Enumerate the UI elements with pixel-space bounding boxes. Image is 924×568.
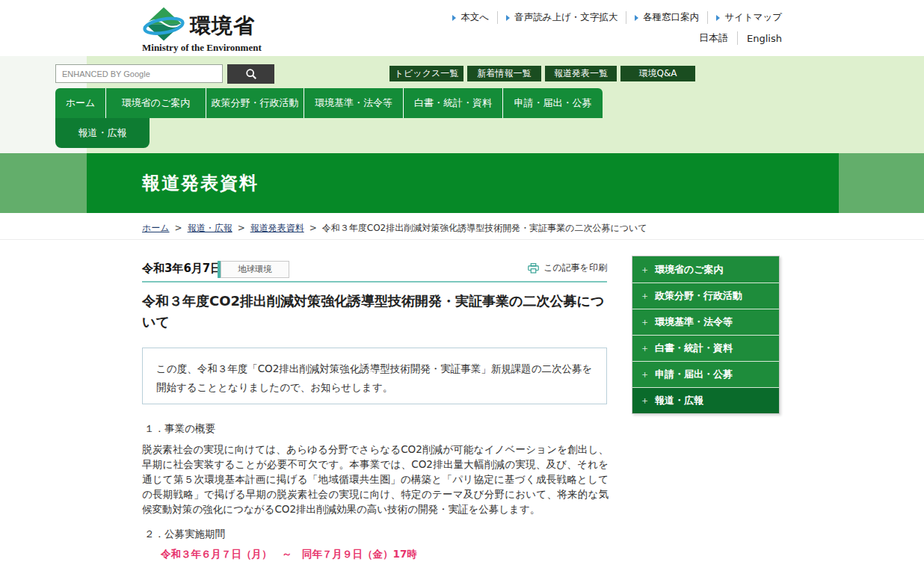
expand-icon: ＋ [640, 394, 650, 407]
utility-link-sitemap[interactable]: サイトマップ [708, 11, 782, 24]
sidebar-item-label: 報道・広報 [655, 394, 703, 407]
language-nav: 日本語 English [690, 31, 782, 45]
quick-link-env-qa[interactable]: 環境Q&A [620, 66, 695, 81]
page-title: 報道発表資料 [142, 171, 259, 195]
nav-about-moe[interactable]: 環境省のご案内 [106, 88, 206, 118]
nav-home[interactable]: ホーム [55, 88, 106, 118]
lang-japanese[interactable]: 日本語 [690, 31, 738, 45]
section-1-body: 脱炭素社会の実現に向けては、あらゆる分野でさらなるCO2削減が可能なイノベーショ… [142, 442, 609, 516]
sidebar-item-label: 環境基準・法令等 [655, 315, 733, 329]
article-summary-text: この度、令和３年度「CO2排出削減対策強化誘導型技術開発・実証事業」新規課題の二… [156, 362, 592, 393]
sidebar-item-label: 申請・届出・公募 [655, 368, 733, 381]
search-button[interactable] [227, 64, 274, 84]
sidebar-item-policy-activities[interactable]: ＋政策分野・行政活動 [632, 283, 779, 309]
breadcrumb-press-releases[interactable]: 報道発表資料 [250, 223, 304, 233]
site-logo[interactable]: 環境省 Ministry of the Environment [142, 4, 269, 54]
utility-link-label: 音声読み上げ・文字拡大 [514, 11, 617, 24]
expand-icon: ＋ [640, 289, 650, 303]
utility-link-label: サイトマップ [724, 11, 782, 24]
utility-link-main-content[interactable]: 本文へ [452, 11, 498, 24]
breadcrumb-separator: > [309, 223, 317, 233]
utility-link-label: 各種窓口案内 [643, 11, 699, 24]
print-article-link[interactable]: この記事を印刷 [528, 262, 607, 274]
section-2-heading: ２．公募実施期間 [144, 528, 225, 541]
page-banner: 報道発表資料 [0, 153, 924, 213]
sidebar-item-about-moe[interactable]: ＋環境省のご案内 [632, 256, 779, 283]
breadcrumb-home[interactable]: ホーム [142, 223, 170, 233]
sidebar-menu: ＋環境省のご案内 ＋政策分野・行政活動 ＋環境基準・法令等 ＋白書・統計・資料 … [632, 256, 780, 414]
nav-standards-laws[interactable]: 環境基準・法令等 [304, 88, 404, 118]
logo-subtitle: Ministry of the Environment [142, 42, 262, 54]
page: 環境省 Ministry of the Environment 本文へ 音声読み… [0, 0, 924, 568]
article-title: 令和３年度CO2排出削減対策強化誘導型技術開発・実証事業の二次公募について [142, 291, 606, 333]
breadcrumb-current: 令和３年度CO2排出削減対策強化誘導型技術開発・実証事業の二次公募について [322, 223, 647, 233]
expand-icon: ＋ [640, 263, 650, 277]
nav-policy-activities[interactable]: 政策分野・行政活動 [206, 88, 304, 118]
header-band: トピックス一覧 新着情報一覧 報道発表一覧 環境Q&A ホーム 環境省のご案内 … [0, 56, 924, 153]
article-summary-box: この度、令和３年度「CO2排出削減対策強化誘導型技術開発・実証事業」新規課題の二… [142, 348, 607, 404]
sidebar-item-press-pr[interactable]: ＋報道・広報 [632, 387, 779, 413]
banner-right-accent [839, 153, 924, 213]
category-badge-label: 地球環境 [221, 261, 289, 278]
arrow-right-icon [506, 15, 510, 21]
moe-logo-icon [142, 6, 185, 43]
sidebar-item-applications[interactable]: ＋申請・届出・公募 [632, 361, 779, 387]
arrow-right-icon [452, 15, 456, 21]
expand-icon: ＋ [640, 342, 650, 355]
nav-press-pr[interactable]: 報道・広報 [55, 118, 150, 148]
logo-title: 環境省 [190, 12, 255, 40]
nav-whitepapers-stats[interactable]: 白書・統計・資料 [404, 88, 503, 118]
sidebar-item-label: 政策分野・行政活動 [655, 289, 742, 303]
breadcrumb-separator: > [238, 223, 245, 233]
main-nav: ホーム 環境省のご案内 政策分野・行政活動 環境基準・法令等 白書・統計・資料 … [55, 88, 603, 118]
sidebar-item-standards-laws[interactable]: ＋環境基準・法令等 [632, 309, 779, 335]
article-date: 令和3年6月7日 [142, 262, 221, 276]
application-period-highlight: 令和３年６月７日（月） ～ 同年７月９日（金）17時 [161, 548, 417, 561]
sidebar-item-whitepapers-stats[interactable]: ＋白書・統計・資料 [632, 335, 779, 361]
site-header: 環境省 Ministry of the Environment 本文へ 音声読み… [0, 0, 924, 56]
utility-link-contact-guide[interactable]: 各種窓口案内 [626, 11, 708, 24]
quick-link-topics[interactable]: トピックス一覧 [389, 66, 463, 81]
content-divider [0, 239, 924, 240]
nav-applications[interactable]: 申請・届出・公募 [503, 88, 603, 118]
banner-left-accent [0, 153, 87, 213]
sidebar-item-label: 白書・統計・資料 [655, 342, 733, 355]
utility-link-accessibility[interactable]: 音声読み上げ・文字拡大 [498, 11, 626, 24]
quick-link-whats-new[interactable]: 新着情報一覧 [467, 66, 541, 81]
expand-icon: ＋ [640, 368, 650, 381]
sidebar-item-label: 環境省のご案内 [655, 263, 724, 277]
article-divider [142, 281, 607, 283]
category-badge[interactable]: 地球環境 [218, 261, 289, 278]
search-icon [245, 68, 257, 80]
breadcrumb-separator: > [175, 223, 182, 233]
print-article-label: この記事を印刷 [543, 262, 607, 274]
section-1-heading: １．事業の概要 [144, 422, 215, 436]
utility-nav: 本文へ 音声読み上げ・文字拡大 各種窓口案内 サイトマップ [452, 11, 782, 24]
arrow-right-icon [716, 15, 720, 21]
quick-link-press-releases[interactable]: 報道発表一覧 [545, 66, 617, 81]
lang-english[interactable]: English [738, 33, 782, 44]
breadcrumb: ホーム>報道・広報>報道発表資料>令和３年度CO2排出削減対策強化誘導型技術開発… [142, 222, 890, 235]
arrow-right-icon [635, 15, 638, 21]
printer-icon [528, 263, 539, 274]
expand-icon: ＋ [640, 315, 650, 329]
search-input[interactable] [55, 64, 223, 83]
breadcrumb-press-pr[interactable]: 報道・広報 [188, 223, 232, 233]
utility-link-label: 本文へ [461, 11, 489, 24]
